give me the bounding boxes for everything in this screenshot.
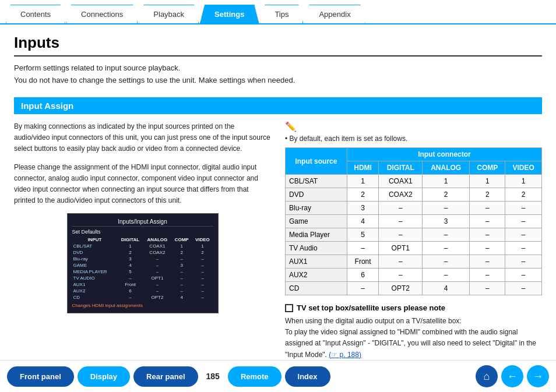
tv-note-heading: TV set top box/satellite users please no… <box>297 303 445 312</box>
body-text-1: By making connections as indicated by th… <box>14 121 271 155</box>
front-panel-button[interactable]: Front panel <box>7 366 74 387</box>
ss-col-digital: DIGITAL <box>117 236 143 243</box>
table-cell-comp: – <box>470 202 505 215</box>
table-cell-video: – <box>505 242 542 255</box>
checkbox-icon <box>285 304 293 312</box>
table-cell-comp: 2 <box>470 188 505 202</box>
forward-button[interactable]: → <box>527 365 549 387</box>
table-row: DVD2COAX2222 <box>286 188 542 202</box>
ss-footer: Changes HDMI input assignments <box>72 303 213 308</box>
ss-col-analog: ANALOG <box>143 236 171 243</box>
display-button[interactable]: Display <box>78 366 130 387</box>
screenshot-table: INPUT DIGITAL ANALOG COMP VIDEO CBL/SAT1… <box>72 236 213 301</box>
home-button[interactable]: ⌂ <box>476 365 498 387</box>
ss-col-comp: COMP <box>171 236 192 243</box>
tab-playback[interactable]: Playback <box>139 5 199 23</box>
tab-contents[interactable]: Contents <box>6 5 65 23</box>
table-cell-comp: – <box>470 255 505 269</box>
ss-row-game: GAME4–3– <box>72 262 213 269</box>
col-source-header: Input source <box>286 148 347 175</box>
table-cell-video: – <box>505 282 542 295</box>
ss-set-defaults: Set Defaults <box>72 229 213 235</box>
col-digital-header: DIGITAL <box>379 161 423 175</box>
table-cell-hdmi: 5 <box>347 228 378 242</box>
ss-col-video: VIDEO <box>192 236 213 243</box>
table-cell-video: – <box>505 215 542 228</box>
remote-button[interactable]: Remote <box>228 366 281 387</box>
table-cell-video: 1 <box>505 175 542 188</box>
table-cell-hdmi: 1 <box>347 175 378 188</box>
rear-panel-button[interactable]: Rear panel <box>133 366 198 387</box>
table-cell-analog: – <box>423 202 470 215</box>
left-column: By making connections as indicated by th… <box>14 121 271 361</box>
body-text-2: Please change the assignment of the HDMI… <box>14 162 271 207</box>
ss-row-mediaplayer: MEDIA PLAYER5––– <box>72 269 213 275</box>
table-cell-digital: – <box>379 269 423 282</box>
table-cell-source: TV Audio <box>286 242 347 255</box>
tv-note-link[interactable]: (☞ p. 188) <box>329 351 361 359</box>
ss-row-aux1: AUX1Front––– <box>72 281 213 288</box>
table-cell-hdmi: 6 <box>347 269 378 282</box>
table-cell-comp: – <box>470 282 505 295</box>
table-cell-source: Game <box>286 215 347 228</box>
table-cell-video: 2 <box>505 188 542 202</box>
table-cell-comp: – <box>470 228 505 242</box>
tab-tips[interactable]: Tips <box>260 5 303 23</box>
table-cell-video: – <box>505 228 542 242</box>
table-cell-analog: – <box>423 242 470 255</box>
bottom-navigation: Front panel Display Rear panel 185 Remot… <box>0 360 556 392</box>
table-row: CD–OPT24–– <box>286 282 542 295</box>
table-cell-source: CD <box>286 282 347 295</box>
page-number: 185 <box>206 372 220 381</box>
back-button[interactable]: ← <box>501 365 523 387</box>
table-cell-source: AUX2 <box>286 269 347 282</box>
tab-settings[interactable]: Settings <box>200 5 259 23</box>
ss-row-tvaudio: TV AUDIO–OPT1–– <box>72 275 213 281</box>
table-cell-analog: 1 <box>423 175 470 188</box>
table-cell-source: AUX1 <box>286 255 347 269</box>
table-cell-digital: – <box>379 215 423 228</box>
table-cell-source: DVD <box>286 188 347 202</box>
table-cell-comp: – <box>470 215 505 228</box>
two-col-layout: By making connections as indicated by th… <box>14 121 542 361</box>
tv-note-body2: To play the video signal assigned to "HD… <box>285 327 542 361</box>
table-cell-digital: COAX2 <box>379 188 423 202</box>
table-cell-hdmi: Front <box>347 255 378 269</box>
table-cell-analog: 2 <box>423 188 470 202</box>
home-icon: ⌂ <box>484 370 490 383</box>
forward-icon: → <box>533 370 543 383</box>
page-content: Inputs Perform settings related to input… <box>0 24 556 392</box>
tab-appendix[interactable]: Appendix <box>304 5 365 23</box>
ss-col-input: INPUT <box>72 236 118 243</box>
tv-note-body1: When using the digital audio output on a… <box>285 316 542 327</box>
table-cell-analog: – <box>423 255 470 269</box>
col-video-header: VIDEO <box>505 161 542 175</box>
ss-row-dvd: DVD2COAX222 <box>72 249 213 256</box>
bullet-note: • By default, each item is set as follow… <box>285 135 542 143</box>
section-header-input-assign: Input Assign <box>14 97 542 114</box>
table-cell-digital: OPT2 <box>379 282 423 295</box>
ss-row-cd: CD–OPT24– <box>72 294 213 301</box>
col-comp-header: COMP <box>470 161 505 175</box>
input-assign-table: Input source Input connector HDMI DIGITA… <box>285 147 542 295</box>
col-analog-header: ANALOG <box>423 161 470 175</box>
table-cell-digital: OPT1 <box>379 242 423 255</box>
tv-note-body2-text: To play the video signal assigned to "HD… <box>285 328 536 358</box>
table-row: AUX1Front–––– <box>286 255 542 269</box>
screenshot-box: Inputs/Input Assign Set Defaults INPUT D… <box>67 213 219 313</box>
tab-connections[interactable]: Connections <box>66 5 138 23</box>
navigation-tabs: Contents Connections Playback Settings T… <box>0 5 556 24</box>
table-cell-analog: – <box>423 269 470 282</box>
intro-line1: Perform settings related to input source… <box>14 63 542 72</box>
tv-note-body: When using the digital audio output on a… <box>285 316 542 361</box>
table-cell-source: Blu-ray <box>286 202 347 215</box>
col-connector-header: Input connector <box>347 148 541 161</box>
index-button[interactable]: Index <box>285 366 330 387</box>
table-cell-source: CBL/SAT <box>286 175 347 188</box>
table-cell-comp: 1 <box>470 175 505 188</box>
table-cell-comp: – <box>470 269 505 282</box>
table-cell-hdmi: 2 <box>347 188 378 202</box>
page-title: Inputs <box>14 34 542 56</box>
table-row: Blu-ray3–––– <box>286 202 542 215</box>
table-cell-analog: 4 <box>423 282 470 295</box>
